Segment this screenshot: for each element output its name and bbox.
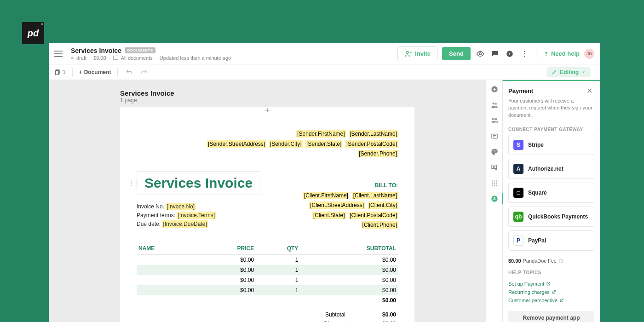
document-toolbar: 1 + Document Editing	[49, 64, 600, 80]
payment-panel: Payment ✕ Your customers will receive a …	[502, 80, 600, 322]
variables-tool[interactable]	[490, 132, 499, 141]
gateway-option[interactable]: □Square	[508, 183, 594, 203]
panel-title: Payment	[508, 87, 533, 94]
editing-mode-dropdown[interactable]: Editing	[547, 67, 591, 77]
svg-point-16	[493, 151, 494, 152]
gateway-icon: A	[513, 164, 523, 174]
chevron-down-icon	[581, 70, 586, 75]
gateway-option[interactable]: qbQuickBooks Payments	[508, 207, 594, 227]
page-count[interactable]: 1	[54, 69, 66, 75]
need-help-link[interactable]: Need help	[543, 50, 580, 57]
close-panel-icon[interactable]: ✕	[584, 86, 594, 96]
top-bar: Services Invoice DOCUMENTS draft · $0.00…	[49, 43, 600, 64]
gateway-option[interactable]: AAuthorize.net	[508, 159, 594, 179]
connect-gateway-label: CONNECT PAYMENT GATEWAY	[503, 124, 600, 135]
add-user-icon	[404, 50, 413, 58]
svg-point-1	[479, 52, 482, 55]
svg-text:i: i	[509, 52, 511, 56]
document-page[interactable]: [Sender.FirstName] [Sender.LastName] [Se…	[120, 107, 414, 322]
help-link[interactable]: Set up Payment	[508, 280, 594, 288]
external-link-icon	[559, 298, 564, 303]
external-link-icon	[546, 282, 551, 286]
folder-icon	[113, 56, 118, 60]
gateway-icon: P	[513, 236, 523, 246]
workflow-tool[interactable]	[490, 163, 499, 172]
fee-row: $0.00 PandaDoc Fee	[503, 254, 600, 267]
plus-icon: +	[79, 69, 82, 75]
sender-block[interactable]: [Sender.FirstName] [Sender.LastName] [Se…	[137, 129, 398, 159]
gateway-icon: qb	[513, 212, 523, 222]
more-icon[interactable]	[519, 49, 529, 59]
gateway-icon: S	[513, 140, 523, 150]
help-link[interactable]: Customer perspective	[508, 296, 594, 305]
svg-point-22	[496, 180, 497, 181]
svg-rect-9	[55, 70, 58, 75]
help-topics-label: HELP TOPICS	[503, 267, 600, 278]
payment-tool[interactable]: $	[490, 194, 499, 203]
document-title: Services Invoice	[71, 47, 121, 54]
design-tool[interactable]	[490, 147, 499, 156]
content-tool[interactable]	[490, 116, 499, 125]
menu-icon[interactable]	[54, 51, 63, 57]
document-type-badge: DOCUMENTS	[125, 47, 155, 53]
table-row[interactable]: $0.001$0.00	[137, 265, 398, 275]
remove-payment-button[interactable]: Remove payment app	[508, 311, 594, 322]
svg-point-17	[494, 150, 495, 150]
help-link[interactable]: Recurring charges	[508, 288, 594, 296]
panel-subtitle: Your customers will receive a payment re…	[503, 98, 600, 124]
comments-icon[interactable]	[490, 49, 500, 59]
apps-tool[interactable]	[490, 178, 499, 188]
table-row[interactable]: $0.001$0.00	[137, 285, 398, 295]
col-qty: QTY	[256, 242, 300, 255]
brand-logo: pd	[22, 22, 44, 44]
svg-point-28	[496, 184, 497, 185]
svg-point-27	[494, 184, 494, 185]
drag-handle-icon[interactable]: ⋮⋮	[129, 180, 140, 186]
svg-rect-14	[494, 118, 497, 120]
invite-button[interactable]: Invite	[397, 46, 437, 61]
svg-point-12	[495, 103, 497, 105]
line-items-table[interactable]: NAME PRICE QTY SUBTOTAL $0.001$0.00$0.00…	[137, 242, 398, 305]
svg-point-0	[407, 51, 409, 53]
redo-button[interactable]	[139, 67, 149, 77]
gateway-icon: □	[513, 188, 523, 198]
svg-text:$: $	[493, 196, 495, 201]
add-document-button[interactable]: + Document	[79, 69, 111, 75]
price-text: $0.00	[93, 55, 106, 61]
table-row[interactable]: $0.001$0.00	[137, 255, 398, 265]
pages-icon	[54, 69, 61, 75]
updated-text: Updated less than a minute ago	[160, 55, 231, 61]
svg-point-20	[492, 180, 493, 181]
folder-name[interactable]: All documents	[121, 55, 153, 61]
status-dot	[71, 57, 74, 59]
add-tool[interactable]	[490, 85, 499, 94]
undo-button[interactable]	[124, 67, 134, 77]
gateway-option[interactable]: PPayPal	[508, 230, 594, 251]
svg-point-11	[492, 103, 494, 105]
document-title-area: Services Invoice DOCUMENTS draft · $0.00…	[71, 47, 397, 61]
totals-block: Subtotal$0.00 Discount$0.00 Tax$0.00	[137, 310, 398, 322]
svg-point-13	[492, 118, 493, 120]
invoice-title-block[interactable]: ⋮⋮ Services Invoice	[137, 171, 260, 195]
document-canvas[interactable]: Services Invoice 1 page + ••• [Sender.Fi…	[49, 80, 486, 322]
app-window: Services Invoice DOCUMENTS draft · $0.00…	[49, 43, 600, 322]
tools-rail: $	[486, 80, 502, 322]
preview-icon[interactable]	[475, 49, 485, 59]
info-icon[interactable]: i	[505, 49, 515, 59]
question-icon	[543, 51, 549, 57]
send-button[interactable]: Send	[442, 47, 471, 60]
external-link-icon	[552, 290, 556, 294]
recipients-tool[interactable]	[490, 100, 499, 109]
user-avatar[interactable]: JD	[584, 49, 594, 59]
bill-to-block[interactable]: BILL TO: [Client.FirstName] [Client.Last…	[303, 181, 398, 230]
col-subtotal: SUBTOTAL	[300, 242, 398, 255]
add-block-button[interactable]: +	[265, 106, 270, 115]
gateway-option[interactable]: SStripe	[508, 135, 594, 155]
pencil-icon	[552, 69, 557, 75]
svg-point-7	[546, 55, 546, 56]
table-row[interactable]: $0.001$0.00	[137, 275, 398, 285]
canvas-page-count: 1 page	[120, 97, 174, 104]
info-small-icon[interactable]	[558, 259, 564, 264]
col-name: NAME	[137, 242, 196, 255]
svg-point-6	[524, 56, 525, 57]
